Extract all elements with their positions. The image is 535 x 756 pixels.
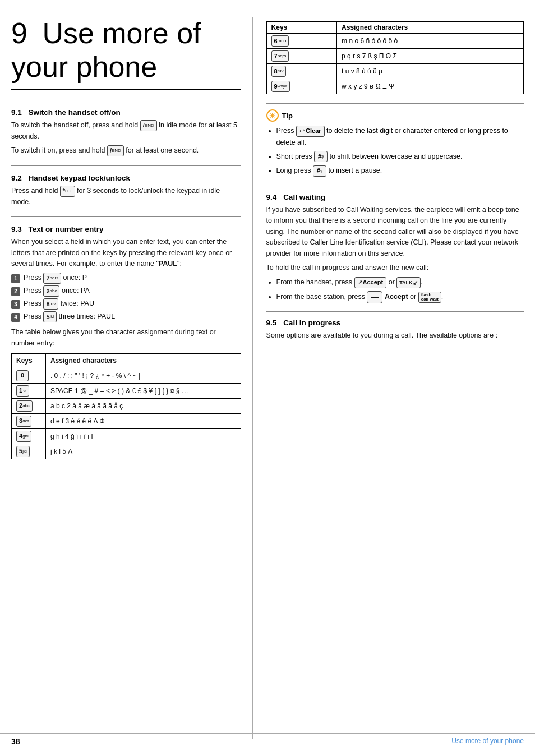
- end-key-icon-2: /END: [107, 145, 124, 156]
- step-4: 4 Press 5jkl three times: PAUL: [11, 311, 241, 322]
- key-6-mno: 6mno: [271, 35, 289, 47]
- tip-box: ✳ Tip Press ↩ Clear to delete the last d…: [266, 103, 524, 177]
- key-3-def: 3def: [16, 416, 31, 427]
- key-4-ghi: 4ghi: [16, 431, 31, 442]
- col-chars: Assigned characters: [45, 354, 241, 368]
- step-1: 1 Press 7pqrs once: P: [11, 273, 241, 284]
- flash-callwait-icon: flashcall wait: [418, 292, 441, 303]
- char-table-left: Keys Assigned characters 0 . 0 , / : ; "…: [11, 353, 241, 459]
- section-9-1-title: 9.1 Switch the handset off/on: [11, 108, 241, 117]
- key-1: 1☺: [16, 385, 29, 397]
- col-keys-r: Keys: [266, 22, 336, 34]
- tip-icon: ✳: [266, 109, 279, 122]
- key-8-tuv: 8tuv: [271, 66, 287, 77]
- section-9-4-title: 9.4 Call waiting: [266, 193, 524, 201]
- table-row: 6mno m n o 6 ñ ó ô ō ö ò: [266, 34, 523, 49]
- hash-key-icon-2: #ş: [313, 165, 326, 177]
- chapter-heading: 9 Use more of your phone: [11, 17, 241, 90]
- step-3: 3 Press 8tuv twice: PAU: [11, 298, 241, 310]
- key-0: 0: [16, 370, 29, 381]
- base-accept-icon: —: [367, 291, 382, 303]
- bullet-1: From the handset, press ↗ Accept or TALK…: [276, 276, 524, 288]
- key-2: 2abc: [43, 285, 59, 297]
- key-2-abc: 2abc: [16, 400, 33, 412]
- section-9-5-title: 9.5 Call in progress: [266, 319, 524, 327]
- table-row: 3def d e f 3 è é ê ë Δ Φ: [12, 413, 241, 428]
- step-2: 2 Press 2abc once: PA: [11, 285, 241, 297]
- section-9-2-body: Press and hold *0→ for 3 seconds to lock…: [11, 186, 241, 208]
- char-table-right: Keys Assigned characters 6mno m n o 6 ñ …: [266, 21, 524, 94]
- table-row: 8tuv t u v 8 ù ú ü µ: [266, 64, 523, 79]
- key-5: 5jkl: [43, 311, 57, 322]
- chapter-number: 9: [11, 17, 27, 49]
- key-7-pqrs: 7pqrs: [271, 50, 289, 62]
- table-row: 9wxyz w x y z 9 ø Ω Ξ Ψ: [266, 79, 523, 94]
- end-key-icon: /END: [140, 120, 157, 131]
- paul-steps: 1 Press 7pqrs once: P 2 Press 2abc once:…: [11, 273, 241, 322]
- table-row: 1☺ SPACE 1 @ _ # = < > ( ) & € £ $ ¥ [ ]…: [12, 383, 241, 398]
- footer: 38 Use more of your phone: [0, 733, 535, 746]
- section-9-4: 9.4 Call waiting If you have subscribed …: [266, 186, 524, 303]
- section-9-5-body: Some options are available to you during…: [266, 330, 524, 341]
- tip-item-2: Short press #ş to shift between lowercas…: [276, 151, 524, 163]
- key-8: 8tuv: [43, 298, 58, 310]
- call-waiting-bullets: From the handset, press ↗ Accept or TALK…: [266, 276, 524, 303]
- section-9-4-body: If you have subscribed to Call Waiting s…: [266, 205, 524, 303]
- star-key-icon: *0→: [60, 186, 75, 197]
- table-row: 5jkl j k l 5 Λ: [12, 444, 241, 459]
- section-9-1-body: To switch the handset off, press and hol…: [11, 120, 241, 156]
- section-9-2-title: 9.2 Handset keypad lock/unlock: [11, 174, 241, 182]
- section-9-1: 9.1 Switch the handset off/on To switch …: [11, 100, 241, 156]
- table-row: 2abc a b c 2 à â æ á ā ã ä å ç: [12, 398, 241, 413]
- table-row: 7pqrs p q r s 7 ß ş Π Θ Σ: [266, 49, 523, 64]
- section-9-5: 9.5 Call in progress Some options are av…: [266, 311, 524, 341]
- bullet-2: From the base station, press — Accept or…: [276, 291, 524, 303]
- accept-handset-icon: ↗ Accept: [354, 277, 387, 288]
- key-5-jkl: 5jkl: [16, 446, 30, 457]
- tip-list: Press ↩ Clear to delete the last digit o…: [266, 125, 524, 177]
- section-9-3-title: 9.3 Text or number entry: [11, 225, 241, 233]
- page-number: 38: [11, 737, 20, 746]
- col-chars-r: Assigned characters: [337, 22, 524, 34]
- talk-key-icon: TALK↙: [396, 277, 420, 288]
- char-table-right-wrap: Keys Assigned characters 6mno m n o 6 ñ …: [266, 21, 524, 94]
- section-9-3-body: When you select a field in which you can…: [11, 237, 241, 459]
- tip-header: ✳ Tip: [266, 109, 524, 122]
- tip-item-1: Press ↩ Clear to delete the last digit o…: [276, 125, 524, 148]
- table-row: 4ghi g h i 4 ğ í ì ï ı Γ: [12, 428, 241, 444]
- key-9-wxyz: 9wxyz: [271, 81, 290, 92]
- section-9-2: 9.2 Handset keypad lock/unlock Press and…: [11, 165, 241, 208]
- col-keys: Keys: [12, 354, 46, 368]
- footer-title: Use more of your phone: [451, 737, 524, 746]
- tip-item-3: Long press #ş to insert a pause.: [276, 165, 524, 177]
- section-9-3: 9.3 Text or number entry When you select…: [11, 216, 241, 459]
- table-row: 0 . 0 , / : ; " ' ! ¡ ? ¿ * + - % \ ^ ~ …: [12, 368, 241, 383]
- chapter-title: Use more of your phone: [11, 17, 201, 83]
- key-7: 7pqrs: [43, 273, 61, 284]
- right-column: Keys Assigned characters 6mno m n o 6 ñ …: [253, 17, 524, 739]
- hash-key-icon: #ş: [314, 151, 328, 162]
- left-column: 9 Use more of your phone 9.1 Switch the …: [11, 17, 253, 739]
- clear-key-icon: ↩ Clear: [296, 126, 325, 137]
- tip-label: Tip: [282, 112, 293, 120]
